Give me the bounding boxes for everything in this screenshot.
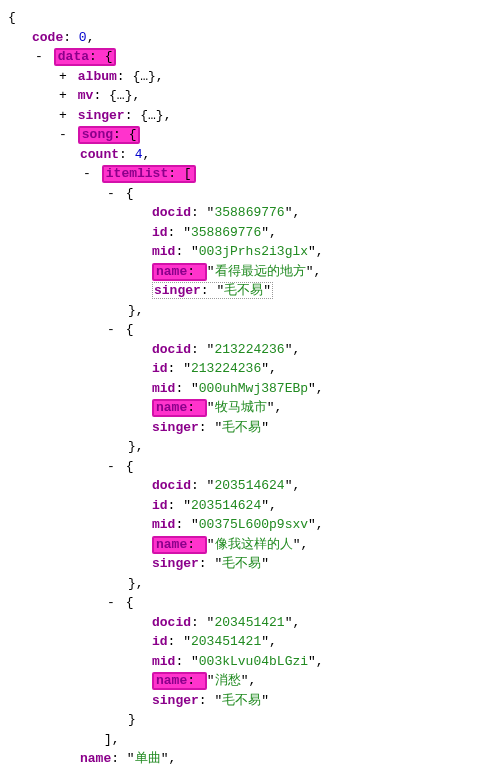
json-viewer: { code: 0, - data: { + album: {…}, + mv:… (8, 8, 496, 770)
item-open[interactable]: - { (8, 184, 496, 204)
collapse-icon[interactable]: - (56, 125, 70, 145)
highlight-name: name: (152, 263, 207, 281)
item-open[interactable]: - { (8, 320, 496, 340)
item-docid: docid: "358869776", (8, 203, 496, 223)
item-name: name: "消愁", (8, 671, 496, 691)
highlight-name: name: (152, 399, 207, 417)
expand-icon[interactable]: + (56, 86, 70, 106)
line-song[interactable]: - song: { (8, 125, 496, 145)
item-id: id: "213224236", (8, 359, 496, 379)
item-singer: singer: "毛不易" (8, 691, 496, 711)
item-singer: singer: "毛不易" (8, 418, 496, 438)
line-mv[interactable]: + mv: {…}, (8, 86, 496, 106)
line-code: code: 0, (8, 28, 496, 48)
item-name: name: "看得最远的地方", (8, 262, 496, 282)
collapse-icon[interactable]: - (104, 457, 118, 477)
highlight-name: name: (152, 536, 207, 554)
item-open[interactable]: - { (8, 457, 496, 477)
collapse-icon[interactable]: - (104, 184, 118, 204)
line-itemlist[interactable]: - itemlist: [ (8, 164, 496, 184)
collapse-icon[interactable]: - (104, 320, 118, 340)
collapse-icon[interactable]: - (80, 164, 94, 184)
item-open[interactable]: - { (8, 593, 496, 613)
highlight-name: name: (152, 672, 207, 690)
item-singer: singer: "毛不易" (8, 281, 496, 301)
item-close: } (8, 710, 496, 730)
highlight-song: song: { (78, 126, 141, 144)
highlight-data: data: { (54, 48, 117, 66)
collapse-icon[interactable]: - (32, 47, 46, 67)
item-mid: mid: "00375L600p9sxv", (8, 515, 496, 535)
line-data[interactable]: - data: { (8, 47, 496, 67)
expand-icon[interactable]: + (56, 106, 70, 126)
item-id: id: "203514624", (8, 496, 496, 516)
line-singer-top[interactable]: + singer: {…}, (8, 106, 496, 126)
line-open-root: { (8, 8, 496, 28)
item-mid: mid: "003jPrhs2i3glx", (8, 242, 496, 262)
item-docid: docid: "213224236", (8, 340, 496, 360)
item-singer: singer: "毛不易" (8, 554, 496, 574)
item-name: name: "牧马城市", (8, 398, 496, 418)
item-mid: mid: "003kLvu04bLGzi", (8, 652, 496, 672)
highlight-itemlist: itemlist: [ (102, 165, 196, 183)
item-mid: mid: "000uhMwj387EBp", (8, 379, 496, 399)
collapse-icon[interactable]: - (104, 593, 118, 613)
item-id: id: "203451421", (8, 632, 496, 652)
expand-icon[interactable]: + (56, 67, 70, 87)
item-name: name: "像我这样的人", (8, 535, 496, 555)
item-docid: docid: "203451421", (8, 613, 496, 633)
line-close-itemlist: ], (8, 730, 496, 750)
item-close: }, (8, 301, 496, 321)
item-docid: docid: "203514624", (8, 476, 496, 496)
line-album[interactable]: + album: {…}, (8, 67, 496, 87)
item-close: }, (8, 437, 496, 457)
line-song-name: name: "单曲", (8, 749, 496, 769)
line-count: count: 4, (8, 145, 496, 165)
item-close: }, (8, 574, 496, 594)
item-id: id: "358869776", (8, 223, 496, 243)
